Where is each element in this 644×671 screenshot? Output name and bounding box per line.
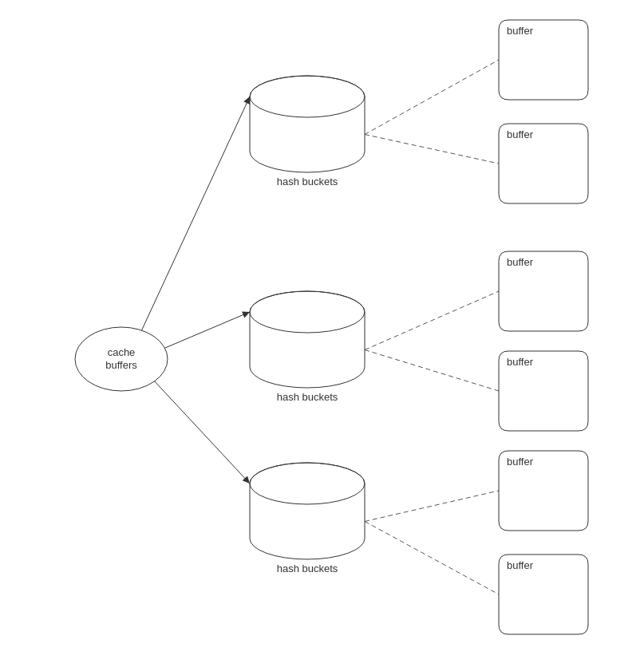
diagram-canvas [0,0,644,671]
